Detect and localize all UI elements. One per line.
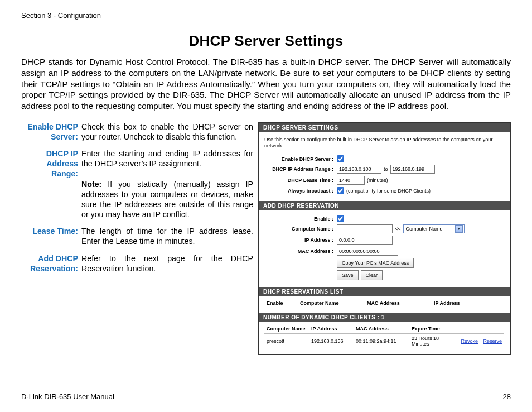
def-term-addres: Add DHCP Reservation:: [21, 253, 81, 274]
def-note-body: If you statically (manually) assign IP a…: [81, 180, 253, 219]
lbl-res-mac: MAC Address :: [264, 248, 337, 254]
def-term-lease: Lease Time:: [21, 226, 81, 246]
cell-exp: 23 Hours 18 Minutes: [409, 334, 458, 349]
table-row: prescott 192.168.0.156 00:11:09:2a:94:11…: [264, 334, 504, 349]
dcol-exp: Expire Time: [409, 324, 458, 334]
chk-always[interactable]: [337, 187, 344, 194]
footer-left: D-Link DIR-635 User Manual: [21, 392, 114, 401]
dcol-ip: IP Address: [309, 324, 354, 334]
def-term-enable: Enable DHCP Server:: [21, 122, 81, 142]
router-panel: DHCP SERVER SETTINGS Use this section to…: [258, 122, 511, 355]
panel-head-reslist: DHCP RESERVATIONS LIST: [259, 287, 510, 296]
cell-ip: 192.168.0.156: [309, 334, 354, 349]
page-title: DHCP Server Settings: [21, 32, 511, 50]
def-desc-addres: Refer to the next page for the DHCP Rese…: [81, 253, 253, 274]
panel-help-text: Use this section to configure the built-…: [264, 137, 504, 150]
cell-name: prescott: [264, 334, 309, 349]
lbl-range: DHCP IP Address Range :: [264, 166, 337, 172]
lbl-always: Always broadcast :: [264, 188, 337, 194]
col-mac: MAC Address: [365, 299, 432, 308]
chk-res-enable[interactable]: [337, 215, 344, 222]
txt-to: to: [384, 166, 388, 172]
txt-ll: <<: [395, 226, 401, 232]
col-ip: IP Address: [432, 299, 493, 308]
input-res-ip[interactable]: [337, 236, 393, 245]
input-range-start[interactable]: [337, 165, 381, 174]
def-desc-enable: Check this box to enable the DHCP server…: [81, 122, 253, 142]
select-computer-text: Computer Name: [406, 226, 443, 232]
col-name: Computer Name: [298, 299, 365, 308]
def-note-label: Note:: [81, 180, 101, 189]
panel-head-dyn: NUMBER OF DYNAMIC DHCP CLIENTS : 1: [259, 313, 510, 322]
lbl-enable-dhcp: Enable DHCP Server :: [264, 156, 337, 162]
def-term-range: DHCP IP Address Range:: [21, 148, 81, 219]
footer-page-number: 28: [503, 392, 511, 401]
def-desc-range: Enter the starting and ending IP address…: [81, 148, 253, 219]
panel-head-dhcp: DHCP SERVER SETTINGS: [259, 123, 510, 132]
def-desc-lease: The length of time for the IP address le…: [81, 226, 253, 246]
btn-clear[interactable]: Clear: [361, 270, 383, 280]
input-res-name[interactable]: [337, 224, 393, 233]
link-reserve[interactable]: Reserve: [483, 338, 502, 344]
reservations-table: Enable Computer Name MAC Address IP Addr…: [264, 299, 504, 308]
dynamic-clients-table: Computer Name IP Address MAC Address Exp…: [264, 324, 504, 348]
section-header: Section 3 - Configuration: [21, 11, 511, 22]
input-range-end[interactable]: [390, 165, 435, 174]
txt-always-hint: (compatibility for some DHCP Clients): [346, 188, 431, 194]
lbl-res-enable: Enable :: [264, 216, 337, 222]
definitions-column: Enable DHCP Server: Check this box to en…: [21, 122, 253, 280]
page-footer: D-Link DIR-635 User Manual 28: [21, 389, 511, 401]
dcol-mac: MAC Address: [354, 324, 409, 334]
btn-save[interactable]: Save: [337, 270, 359, 280]
btn-copy-mac[interactable]: Copy Your PC's MAC Address: [337, 258, 414, 268]
select-computer[interactable]: Computer Name ▾: [403, 224, 465, 233]
link-revoke[interactable]: Revoke: [461, 338, 478, 344]
input-res-mac[interactable]: [337, 247, 398, 256]
cell-mac: 00:11:09:2a:94:11: [354, 334, 409, 349]
intro-paragraph: DHCP stands for Dynamic Host Control Pro…: [21, 56, 511, 112]
chk-enable-dhcp[interactable]: [337, 155, 344, 162]
dcol-name: Computer Name: [264, 324, 309, 334]
col-enable: Enable: [264, 299, 298, 308]
def-desc-range-main: Enter the starting and ending IP address…: [81, 149, 253, 168]
panel-head-addres: ADD DHCP RESERVATION: [259, 201, 510, 210]
txt-lease-unit: (minutes): [367, 178, 388, 183]
chevron-down-icon: ▾: [455, 225, 463, 233]
lbl-res-ip: IP Address :: [264, 237, 337, 243]
lbl-lease: DHCP Lease Time :: [264, 178, 337, 183]
lbl-res-name: Computer Name :: [264, 226, 337, 232]
input-lease[interactable]: [337, 176, 365, 185]
